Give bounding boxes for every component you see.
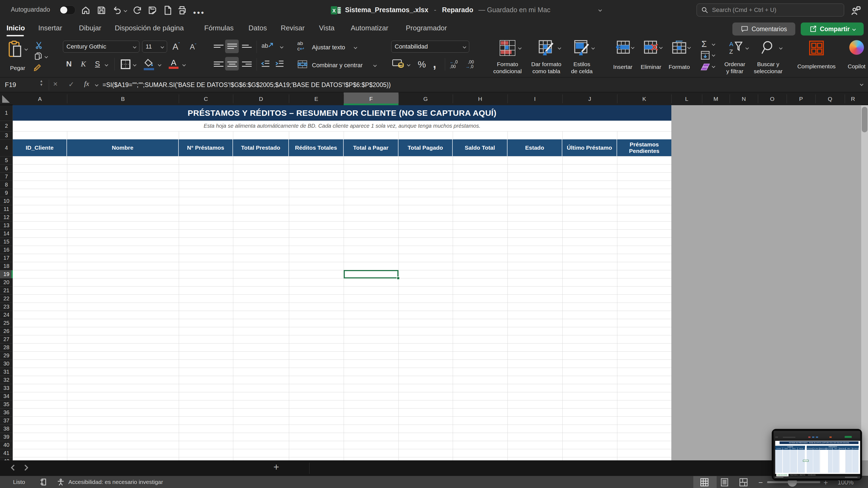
selected-cell[interactable] (344, 270, 399, 279)
row-number-18[interactable]: 18 (0, 262, 13, 270)
row-number-31[interactable]: 31 (0, 368, 13, 376)
pip-status-bar (774, 476, 860, 479)
row-number-41[interactable]: 41 (0, 449, 13, 457)
row-number-17[interactable]: 17 (0, 254, 13, 262)
vertical-scrollbar-thumb[interactable] (862, 107, 867, 132)
h-gridline (13, 221, 671, 222)
row-number-37[interactable]: 37 (0, 416, 13, 425)
v-gridline (233, 131, 233, 460)
row-number-29[interactable]: 29 (0, 351, 13, 359)
add-sheet-button[interactable]: + (273, 461, 279, 473)
row-number-35[interactable]: 35 (0, 400, 13, 408)
h-gridline (13, 189, 671, 189)
table-header-cell: Réditos Totales (289, 139, 344, 156)
pip-table-prestamos: PRÉSTAMOS ID_PréstamoID_ClienteNombre (a… (807, 445, 859, 473)
row-number-25[interactable]: 25 (0, 319, 13, 327)
row-number-33[interactable]: 33 (0, 384, 13, 392)
row-number-2[interactable]: 2 (0, 121, 13, 131)
row-number-9[interactable]: 9 (0, 189, 13, 197)
v-gridline (344, 131, 344, 460)
view-page-layout-icon[interactable] (720, 478, 728, 486)
row-number-28[interactable]: 28 (0, 343, 13, 351)
gutter-divider (0, 302, 13, 303)
row-number-14[interactable]: 14 (0, 229, 13, 237)
row-number-23[interactable]: 23 (0, 302, 13, 311)
h-gridline (13, 294, 671, 295)
h-gridline (13, 335, 671, 335)
row-number-7[interactable]: 7 (0, 172, 13, 181)
tab-scroll-right-icon[interactable] (22, 464, 29, 471)
row-number-24[interactable]: 24 (0, 311, 13, 319)
row-number-27[interactable]: 27 (0, 335, 13, 343)
row-number-6[interactable]: 6 (0, 164, 13, 172)
h-gridline (13, 302, 671, 303)
accessibility-icon[interactable] (57, 478, 65, 486)
row-number-5[interactable]: 5 (0, 156, 13, 164)
row-number-32[interactable]: 32 (0, 376, 13, 384)
row-number-19[interactable]: 19 (0, 270, 13, 278)
table-header-cell: Nombre (67, 139, 179, 156)
gutter-divider (0, 343, 13, 344)
row-number-22[interactable]: 22 (0, 294, 13, 302)
gutter-divider (0, 139, 13, 140)
view-page-break-icon[interactable] (739, 478, 748, 486)
h-gridline (13, 384, 671, 384)
pip-right-column: % Rédito Mensual (839, 448, 846, 450)
pip-window[interactable]: SISTEMA DE PRÉSTAMOS – BASE DE DATOS (CA… (772, 429, 862, 480)
gutter-divider (0, 121, 13, 121)
row-number-1[interactable]: 1 (0, 105, 13, 121)
row-number-16[interactable]: 16 (0, 246, 13, 254)
gutter-divider (0, 416, 13, 417)
zoom-out-button[interactable]: − (758, 478, 763, 487)
row-number-10[interactable]: 10 (0, 197, 13, 205)
row-number-8[interactable]: 8 (0, 181, 13, 189)
h-gridline (13, 392, 671, 392)
h-gridline (13, 416, 671, 417)
row-number-26[interactable]: 26 (0, 327, 13, 335)
pip-sheet: SISTEMA DE PRÉSTAMOS – BASE DE DATOS (CA… (774, 441, 860, 474)
row-number-39[interactable]: 39 (0, 433, 13, 441)
gutter-divider (0, 359, 13, 360)
table-header-cell: Préstamos Pendientes (617, 139, 671, 156)
row-number-36[interactable]: 36 (0, 408, 13, 416)
row-number-4[interactable]: 4 (0, 139, 13, 156)
row-number-34[interactable]: 34 (0, 392, 13, 400)
h-gridline (13, 229, 671, 230)
gutter-divider (0, 278, 13, 279)
pip-sheet-tabs: BASE DE DATOSPRESTAMOS_Y_REDITOSDASHBOAR… (774, 474, 860, 476)
sheet-title-banner: PRÉSTAMOS Y RÉDITOS – RESUMEN POR CLIENT… (13, 105, 671, 121)
gutter-divider (0, 351, 13, 352)
macro-record-icon[interactable] (40, 478, 47, 486)
row-number-20[interactable]: 20 (0, 278, 13, 286)
h-gridline (13, 181, 671, 181)
v-gridline (562, 131, 563, 460)
pip-titlebar (774, 431, 860, 433)
row-number-12[interactable]: 12 (0, 213, 13, 221)
view-normal-icon[interactable] (701, 478, 709, 486)
gutter-divider (0, 408, 13, 409)
tab-scroll-left-icon[interactable] (10, 464, 17, 471)
vertical-scrollbar[interactable] (861, 105, 868, 460)
row-number-13[interactable]: 13 (0, 221, 13, 229)
row-number-21[interactable]: 21 (0, 286, 13, 294)
gutter-divider (0, 384, 13, 384)
h-gridline (13, 433, 671, 433)
pip-prestamos-columns: ID_PréstamoID_ClienteNombre (auto)Fecha_… (807, 448, 859, 450)
fill-handle[interactable] (397, 276, 400, 280)
row-number-30[interactable]: 30 (0, 359, 13, 368)
row-number-11[interactable]: 11 (0, 205, 13, 213)
row-number-40[interactable]: 40 (0, 441, 13, 449)
h-gridline (13, 449, 671, 449)
excel-window: Autoguardado ••• X Sistema_Prestamos_.xl… (0, 0, 868, 488)
h-gridline (13, 376, 671, 376)
v-gridline (289, 131, 289, 460)
row-number-15[interactable]: 15 (0, 237, 13, 246)
row-number-3[interactable]: 3 (0, 131, 13, 139)
gutter-divider (0, 164, 13, 165)
gutter-divider (0, 449, 13, 449)
pip-right-column: ID_Préstamo (807, 448, 813, 450)
accessibility-status[interactable]: Accesibilidad: es necesario investigar (68, 479, 163, 485)
v-gridline (67, 131, 67, 460)
h-gridline (13, 457, 671, 457)
row-number-38[interactable]: 38 (0, 425, 13, 433)
